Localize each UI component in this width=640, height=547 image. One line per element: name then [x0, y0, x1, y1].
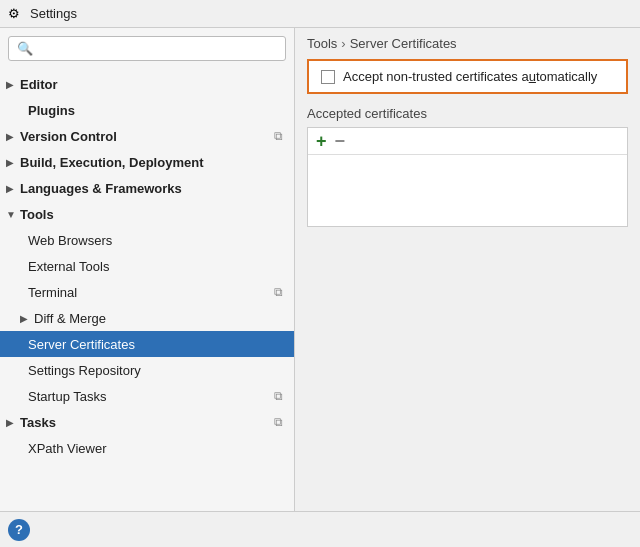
sidebar-item-label: Server Certificates	[28, 337, 286, 352]
breadcrumb-part-server-certificates: Server Certificates	[350, 36, 457, 51]
copy-icon: ⧉	[270, 284, 286, 300]
accept-certificates-label: Accept non-trusted certificates automati…	[343, 69, 597, 84]
sidebar-item-label: Web Browsers	[28, 233, 286, 248]
sidebar-item-terminal[interactable]: Terminal ⧉	[0, 279, 294, 305]
bottom-bar: ?	[0, 511, 640, 547]
help-button[interactable]: ?	[8, 519, 30, 541]
sidebar-item-plugins[interactable]: Plugins	[0, 97, 294, 123]
sidebar-item-server-certificates[interactable]: Server Certificates	[0, 331, 294, 357]
expand-arrow-icon: ▶	[20, 313, 34, 324]
sidebar-item-label: Build, Execution, Deployment	[20, 155, 286, 170]
expand-arrow-icon: ▶	[6, 157, 20, 168]
expand-arrow-icon: ▶	[6, 183, 20, 194]
right-panel: Tools › Server Certificates Accept non-t…	[295, 28, 640, 511]
accept-certificates-checkbox[interactable]	[321, 70, 335, 84]
search-box[interactable]: 🔍	[8, 36, 286, 61]
remove-certificate-button[interactable]: −	[335, 132, 346, 150]
sidebar-item-diff-merge[interactable]: ▶ Diff & Merge	[0, 305, 294, 331]
main-layout: 🔍 ▶ Editor Plugins ▶ Version Control ⧉ ▶	[0, 28, 640, 511]
sidebar-item-settings-repository[interactable]: Settings Repository	[0, 357, 294, 383]
title-text: Settings	[30, 6, 77, 21]
sidebar-item-tools[interactable]: ▼ Tools	[0, 201, 294, 227]
sidebar-item-build-execution[interactable]: ▶ Build, Execution, Deployment	[0, 149, 294, 175]
sidebar-item-label: Languages & Frameworks	[20, 181, 286, 196]
sidebar-item-label: External Tools	[28, 259, 286, 274]
sidebar-item-startup-tasks[interactable]: Startup Tasks ⧉	[0, 383, 294, 409]
add-certificate-button[interactable]: +	[316, 132, 327, 150]
expand-arrow-icon: ▶	[6, 131, 20, 142]
sidebar-item-label: Startup Tasks	[28, 389, 270, 404]
sidebar-item-editor[interactable]: ▶ Editor	[0, 71, 294, 97]
sidebar-item-external-tools[interactable]: External Tools	[0, 253, 294, 279]
sidebar-item-version-control[interactable]: ▶ Version Control ⧉	[0, 123, 294, 149]
sidebar-item-label: Settings Repository	[28, 363, 286, 378]
sidebar-item-tasks[interactable]: ▶ Tasks ⧉	[0, 409, 294, 435]
sidebar-item-label: XPath Viewer	[28, 441, 286, 456]
option-box: Accept non-trusted certificates automati…	[307, 59, 628, 94]
nav-list: ▶ Editor Plugins ▶ Version Control ⧉ ▶ B…	[0, 69, 294, 511]
breadcrumb-separator: ›	[341, 36, 345, 51]
sidebar-item-label: Editor	[20, 77, 286, 92]
accepted-certificates-label: Accepted certificates	[307, 106, 628, 121]
copy-icon: ⧉	[270, 414, 286, 430]
expand-arrow-icon: ▶	[6, 417, 20, 428]
content-area: Accept non-trusted certificates automati…	[295, 59, 640, 511]
expand-arrow-icon: ▼	[6, 209, 20, 220]
breadcrumb-part-tools: Tools	[307, 36, 337, 51]
sidebar-item-xpath-viewer[interactable]: XPath Viewer	[0, 435, 294, 461]
sidebar-item-label: Tasks	[20, 415, 270, 430]
expand-arrow-icon: ▶	[6, 79, 20, 90]
sidebar-item-label: Diff & Merge	[34, 311, 286, 326]
search-icon: 🔍	[17, 41, 33, 56]
sidebar-item-label: Plugins	[28, 103, 286, 118]
cert-toolbar: + −	[308, 128, 627, 155]
left-panel: 🔍 ▶ Editor Plugins ▶ Version Control ⧉ ▶	[0, 28, 295, 511]
sidebar-item-languages-frameworks[interactable]: ▶ Languages & Frameworks	[0, 175, 294, 201]
breadcrumb: Tools › Server Certificates	[295, 28, 640, 59]
sidebar-item-label: Version Control	[20, 129, 270, 144]
sidebar-item-label: Tools	[20, 207, 286, 222]
copy-icon: ⧉	[270, 128, 286, 144]
search-input[interactable]	[37, 41, 277, 56]
copy-icon: ⧉	[270, 388, 286, 404]
accepted-certificates-table: + −	[307, 127, 628, 227]
sidebar-item-web-browsers[interactable]: Web Browsers	[0, 227, 294, 253]
settings-icon: ⚙	[8, 6, 24, 22]
sidebar-item-label: Terminal	[28, 285, 270, 300]
underline-u: u	[529, 69, 536, 84]
title-bar: ⚙ Settings	[0, 0, 640, 28]
